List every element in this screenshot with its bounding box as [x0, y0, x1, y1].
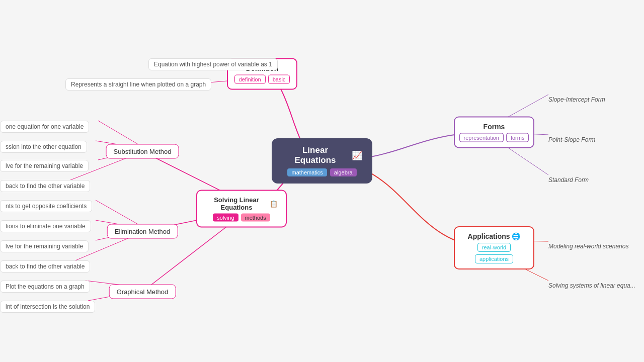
form-slope-intercept: Slope-Intercept Form	[548, 95, 605, 104]
elim-item2: tions to eliminate one variable	[0, 220, 91, 232]
form-point-slope: Point-Slope Form	[548, 135, 595, 144]
applications-title: Applications 🌐	[463, 232, 525, 240]
elim-item3: lve for the remaining variable	[0, 240, 89, 252]
sub-item3: lve for the remaining variable	[0, 160, 89, 172]
definition-tag1: definition	[234, 75, 266, 84]
solving-tag2: methods	[241, 214, 270, 222]
svg-line-8	[96, 200, 142, 227]
applications-icon: 🌐	[512, 232, 520, 240]
sub-item4: back to find the other variable	[0, 180, 90, 192]
central-tag2: algebra	[330, 168, 357, 176]
central-title: Linear Equations 📈	[282, 145, 362, 165]
forms-tag1: representation	[459, 133, 504, 142]
sub-item2: ssion into the other equation	[0, 141, 87, 153]
graph-item1: Plot the equations on a graph	[0, 281, 90, 293]
forms-title: Forms	[463, 123, 525, 131]
solving-icon: 📋	[270, 200, 278, 207]
central-tag1: mathematics	[287, 168, 327, 176]
central-icon: 📈	[352, 150, 362, 161]
solving-tag1: solving	[213, 214, 238, 222]
app-tag1: real-world	[477, 243, 511, 252]
solving-node[interactable]: Solving Linear Equations 📋 solving metho…	[196, 190, 287, 228]
solving-title: Solving Linear Equations 📋	[205, 196, 278, 211]
elimination-label[interactable]: Elimination Method	[107, 224, 178, 239]
central-title-text: Linear Equations	[282, 145, 349, 165]
form-standard: Standard Form	[548, 175, 589, 184]
app-item1: Modeling real-world scenarios	[548, 241, 628, 250]
app-tag2: applications	[475, 254, 513, 263]
definition-tag2: basic	[268, 75, 290, 84]
definition-leaf1: Equation with highest power of variable …	[148, 58, 278, 70]
substitution-label[interactable]: Substitution Method	[106, 144, 179, 159]
sub-item1: one equation for one variable	[0, 121, 89, 133]
forms-node[interactable]: Forms representation forms	[454, 117, 534, 148]
elim-item4: back to find the other variable	[0, 260, 90, 273]
svg-line-3	[98, 121, 142, 147]
app-item2: Solving systems of linear equa...	[548, 281, 635, 290]
graphical-label[interactable]: Graphical Method	[109, 285, 176, 299]
elim-item1: nts to get opposite coefficients	[0, 200, 92, 212]
graph-item2: int of intersection is the solution	[0, 301, 95, 313]
applications-node[interactable]: Applications 🌐 real-world applications	[454, 226, 534, 269]
definition-leaf2: Represents a straight line when plotted …	[65, 78, 211, 90]
central-node[interactable]: Linear Equations 📈 mathematics algebra	[272, 138, 372, 184]
forms-tag2: forms	[506, 133, 529, 142]
